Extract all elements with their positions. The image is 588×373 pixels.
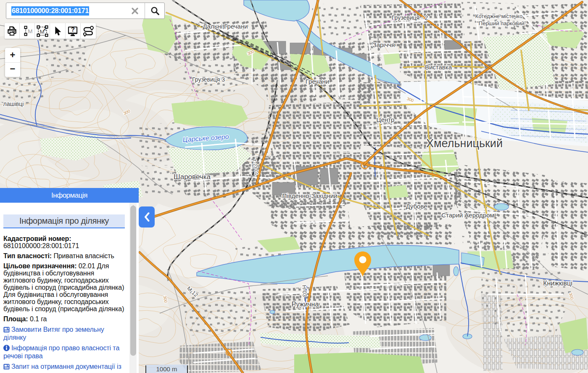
svg-text:Грузевиця - 2: Грузевиця - 2 bbox=[392, 14, 428, 21]
svg-text:Дальні Гречани: Дальні Гречани bbox=[203, 23, 248, 30]
svg-text:Книжківці: Книжківці bbox=[543, 280, 572, 287]
svg-text:Н-03: Н-03 bbox=[301, 285, 308, 297]
svg-text:лашівці: лашівці bbox=[3, 101, 24, 107]
svg-text:Ружична: Ружична bbox=[292, 301, 319, 308]
svg-text:Хмельницький: Хмельницький bbox=[426, 137, 503, 150]
svg-text:Виставка: Виставка bbox=[425, 63, 452, 71]
svg-text:Котеджне містечко: Котеджне містечко bbox=[475, 13, 522, 19]
svg-text:M: M bbox=[28, 28, 33, 34]
svg-text:Південно-Західний: Південно-Західний bbox=[282, 192, 338, 199]
svg-text:Заріччя: Заріччя bbox=[373, 41, 395, 48]
svg-text:Гречани: Гречани bbox=[306, 78, 329, 85]
svg-text:2: 2 bbox=[44, 26, 46, 31]
svg-text:Грузевиця 3: Грузевиця 3 bbox=[192, 76, 225, 83]
svg-text:Шаровечка: Шаровечка bbox=[174, 173, 211, 181]
svg-text:Центр: Центр bbox=[377, 116, 395, 123]
svg-text:"Перший парковий": "Перший парковий" bbox=[477, 20, 526, 26]
svg-text:Старий Аеродром: Старий Аеродром bbox=[441, 212, 494, 219]
svg-text:Дубове: Дубове bbox=[406, 203, 427, 210]
svg-text:?: ? bbox=[71, 26, 75, 33]
